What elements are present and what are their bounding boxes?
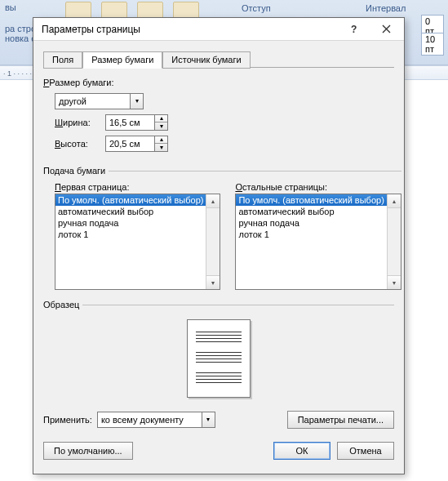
page-preview — [187, 319, 251, 398]
paper-size-combo[interactable]: ▾ — [55, 93, 144, 109]
width-accel: Ш — [55, 118, 63, 127]
sample-legend: Образец — [43, 300, 82, 310]
dialog-body: Поля Размер бумаги Источник бумаги РРазм… — [33, 41, 404, 474]
height-label: Высота: — [55, 139, 100, 149]
chevron-down-icon[interactable]: ▾ — [130, 93, 144, 109]
list-item[interactable]: автоматический выбор — [55, 206, 206, 217]
paper-feed-group: Подача бумаги Первая страница: По умолч.… — [43, 166, 401, 290]
apply-to-combo[interactable]: ▾ — [97, 412, 215, 428]
apply-to-label: Применить: — [43, 415, 92, 425]
other-pages-listbox[interactable]: По умолч. (автоматический выбор) автомат… — [235, 194, 401, 290]
paper-size-label: РРазмер бумаги: — [43, 78, 394, 87]
height-input[interactable] — [105, 136, 154, 152]
apply-row: Применить: ▾ Параметры печати... — [43, 411, 394, 429]
first-page-label: Первая страница: — [55, 182, 220, 192]
paper-feed-legend: Подача бумаги — [43, 166, 109, 176]
apply-to-value[interactable] — [97, 412, 202, 428]
height-label-rest: ысота: — [60, 139, 88, 149]
first-page-column: Первая страница: По умолч. (автоматическ… — [55, 182, 220, 290]
ribbon-group-spacing: Интервал — [366, 3, 406, 13]
help-button[interactable]: ? — [337, 19, 370, 40]
other-pages-label-rest: стальные страницы: — [242, 182, 327, 192]
scrollbar[interactable]: ▴ ▾ — [387, 194, 401, 289]
spin-up-icon[interactable]: ▴ — [155, 136, 167, 144]
sample-group: Образец — [43, 300, 394, 399]
scroll-down-icon[interactable]: ▾ — [206, 275, 220, 289]
width-spin-buttons[interactable]: ▴▾ — [154, 114, 168, 131]
dialog-titlebar[interactable]: Параметры страницы ? — [33, 18, 404, 41]
print-options-button[interactable]: Параметры печати... — [287, 411, 394, 429]
defaults-button[interactable]: По умолчанию... — [43, 442, 133, 460]
list-item[interactable]: По умолч. (автоматический выбор) — [236, 194, 386, 206]
ok-button[interactable]: ОК — [273, 442, 330, 460]
ribbon-frag-1: вы — [5, 2, 45, 12]
list-item[interactable]: ручная подача — [236, 217, 386, 229]
spin-down-icon[interactable]: ▾ — [155, 122, 167, 130]
list-item[interactable]: По умолч. (автоматический выбор) — [55, 194, 206, 206]
paper-size-value[interactable] — [55, 93, 130, 109]
cancel-button[interactable]: Отмена — [337, 442, 394, 460]
width-input[interactable] — [105, 114, 154, 131]
width-spinner[interactable]: ▴▾ — [105, 114, 168, 131]
other-pages-accel: О — [235, 182, 242, 192]
spin-up-icon[interactable]: ▴ — [155, 115, 167, 122]
other-pages-column: Остальные страницы: По умолч. (автоматич… — [235, 182, 401, 290]
width-label-rest: ирина: — [63, 118, 91, 127]
list-item[interactable]: лоток 1 — [236, 229, 386, 240]
first-page-listbox[interactable]: По умолч. (автоматический выбор) автомат… — [55, 194, 220, 290]
scroll-down-icon[interactable]: ▾ — [388, 275, 401, 289]
tab-baseline — [251, 67, 394, 68]
first-page-label-rest: ервая страница: — [61, 182, 130, 192]
list-item[interactable]: ручная подача — [55, 217, 206, 229]
dialog-buttons-row: По умолчанию... ОК Отмена — [43, 442, 394, 460]
close-button[interactable] — [370, 19, 402, 40]
scroll-up-icon[interactable]: ▴ — [388, 194, 401, 208]
tab-strip: Поля Размер бумаги Источник бумаги — [43, 51, 394, 68]
page-setup-dialog: Параметры страницы ? Поля Размер бумаги … — [33, 17, 405, 474]
chevron-down-icon[interactable]: ▾ — [202, 412, 215, 428]
first-page-accel: П — [55, 182, 61, 192]
ribbon-group-indent: Отступ — [242, 3, 271, 13]
paper-size-label-text: Размер бумаги: — [49, 78, 113, 87]
spin-down-icon[interactable]: ▾ — [155, 144, 167, 151]
other-pages-label: Остальные страницы: — [235, 182, 401, 192]
scrollbar[interactable]: ▴ ▾ — [206, 194, 220, 289]
height-spin-buttons[interactable]: ▴▾ — [154, 136, 168, 152]
height-spinner[interactable]: ▴▾ — [105, 136, 168, 152]
list-item[interactable]: лоток 1 — [55, 229, 206, 240]
ribbon-value-2[interactable]: 10 пт — [421, 33, 444, 56]
scroll-up-icon[interactable]: ▴ — [206, 194, 220, 208]
tab-paper-size[interactable]: Размер бумаги — [82, 51, 162, 69]
width-label: Ширина: — [55, 118, 100, 127]
svg-text:?: ? — [351, 24, 357, 34]
dialog-title: Параметры страницы — [42, 24, 337, 35]
tab-fields[interactable]: Поля — [43, 51, 82, 69]
tab-paper-source[interactable]: Источник бумаги — [162, 51, 250, 69]
list-item[interactable]: автоматический выбор — [236, 206, 386, 217]
